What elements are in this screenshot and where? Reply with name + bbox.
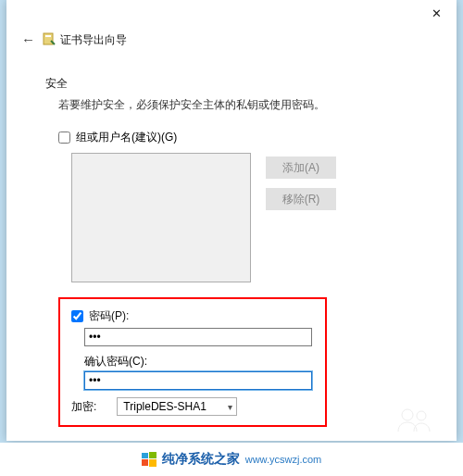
desktop-backdrop: ✕ ← 证书导出向导 安全 若要维护安全，必须保护安全主体的私钥或使用密码。 组… (0, 0, 463, 476)
footer-watermark: 纯净系统之家 www.ycswzj.com (0, 443, 463, 476)
wizard-title: 证书导出向导 (60, 32, 127, 48)
encryption-select[interactable]: TripleDES-SHA1 ▾ (117, 397, 237, 416)
password-checkbox-row[interactable]: 密码(P): (71, 308, 312, 324)
add-button[interactable]: 添加(A) (266, 157, 336, 179)
group-checkbox-label: 组或用户名(建议)(G) (76, 130, 177, 145)
password-highlight-box: 密码(P): 确认密码(C): 加密: TripleDES-SHA1 ▾ (58, 297, 327, 427)
section-description: 若要维护安全，必须保护安全主体的私钥或使用密码。 (58, 97, 440, 113)
password-field[interactable] (84, 328, 312, 346)
svg-rect-7 (149, 459, 156, 467)
group-checkbox-row[interactable]: 组或用户名(建议)(G) (58, 130, 440, 145)
svg-rect-4 (142, 453, 148, 458)
windows-logo-icon (142, 452, 156, 467)
svg-rect-0 (44, 33, 53, 44)
people-watermark-icon (395, 407, 432, 435)
svg-point-3 (417, 411, 426, 420)
title-bar: ✕ (6, 0, 457, 26)
wizard-window: ✕ ← 证书导出向导 安全 若要维护安全，必须保护安全主体的私钥或使用密码。 组… (6, 0, 457, 441)
footer-url: www.ycswzj.com (245, 454, 322, 465)
svg-rect-6 (142, 459, 148, 466)
group-listbox[interactable] (71, 153, 251, 282)
encryption-row: 加密: TripleDES-SHA1 ▾ (71, 397, 312, 416)
confirm-password-label: 确认密码(C): (84, 354, 312, 370)
svg-rect-5 (149, 452, 156, 458)
password-checkbox[interactable] (71, 310, 83, 322)
svg-point-2 (402, 409, 413, 420)
password-label: 密码(P): (89, 308, 129, 324)
section-heading: 安全 (45, 76, 440, 92)
close-button[interactable]: ✕ (424, 5, 449, 22)
content-area: 安全 若要维护安全，必须保护安全主体的私钥或使用密码。 组或用户名(建议)(G)… (45, 76, 440, 441)
confirm-password-field[interactable] (84, 371, 312, 390)
group-buttons: 添加(A) 移除(R) (266, 157, 336, 210)
group-checkbox[interactable] (58, 132, 70, 144)
remove-button[interactable]: 移除(R) (266, 188, 336, 210)
group-list-area: 添加(A) 移除(R) (71, 153, 440, 282)
chevron-down-icon: ▾ (228, 402, 232, 412)
back-button[interactable]: ← (21, 31, 35, 47)
encryption-label: 加密: (71, 399, 96, 415)
footer-brand: 纯净系统之家 (162, 451, 240, 468)
wizard-icon (42, 31, 56, 46)
encryption-selected-value: TripleDES-SHA1 (123, 400, 206, 413)
svg-rect-1 (45, 35, 51, 37)
